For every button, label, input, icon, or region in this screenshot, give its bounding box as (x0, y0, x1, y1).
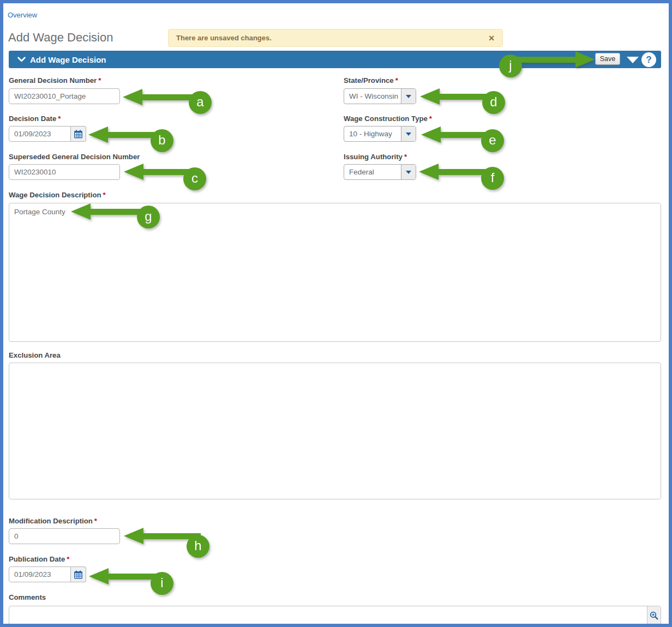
annotation-badge-b: b (151, 129, 173, 152)
annotation-badge-a: a (189, 91, 212, 114)
annotation-arrow-i: i (89, 568, 174, 595)
annotation-badge-h: h (187, 535, 209, 558)
label-text: State/Province (344, 76, 394, 85)
section-title: Add Wage Decision (30, 55, 106, 64)
add-wage-decision-page: Overview Add Wage Decision There are uns… (0, 0, 672, 627)
annotation-arrow-b: b (88, 126, 175, 153)
wage-construction-type-selected-value: 10 - Highway (344, 126, 401, 141)
dropdown-toggle-button[interactable] (401, 126, 416, 141)
dropdown-toggle-button[interactable] (401, 165, 416, 179)
collapse-chevron-icon[interactable] (17, 57, 26, 62)
caret-down-icon (406, 95, 411, 98)
label-text: Wage Decision Description (9, 191, 101, 199)
label-text: Modification Description (9, 517, 93, 525)
alert-close-icon[interactable]: ✕ (488, 29, 495, 46)
wage-decision-description-label: Wage Decision Description* (9, 191, 106, 199)
save-button[interactable]: Save (595, 53, 620, 65)
required-marker: * (58, 114, 61, 123)
publication-date-calendar-icon[interactable] (71, 566, 86, 582)
arrow-head-icon (123, 89, 142, 105)
comments-expand-magnifier-icon[interactable] (647, 606, 661, 627)
required-marker: * (395, 76, 398, 85)
annotation-badge-e: e (481, 129, 504, 152)
exclusion-area-label: Exclusion Area (9, 351, 61, 359)
label-text: Superseded General Decision Number (9, 153, 140, 161)
general-decision-number-label: General Decision Number* (9, 76, 101, 85)
arrow-head-icon (88, 126, 108, 143)
arrow-head-icon (124, 528, 143, 544)
alert-message: There are unsaved changes. (176, 34, 272, 42)
decision-date-input[interactable]: 01/09/2023 (9, 126, 71, 142)
arrow-head-icon (420, 88, 440, 105)
arrow-head-icon (575, 51, 595, 68)
annotation-arrow-h: h (124, 528, 210, 558)
label-text: General Decision Number (9, 76, 97, 85)
actions-dropdown-caret-icon[interactable] (627, 57, 639, 63)
issuing-authority-select[interactable]: Federal (344, 164, 416, 180)
annotation-arrow-f: f (419, 164, 505, 191)
arrow-head-icon (421, 126, 441, 143)
label-text: Issuing Authority (344, 153, 403, 161)
annotation-arrow-e: e (421, 126, 505, 153)
label-text: Wage Construction Type (344, 114, 428, 123)
state-province-selected-value: WI - Wisconsin (344, 89, 401, 104)
required-marker: * (94, 517, 97, 525)
modification-description-input[interactable]: 0 (9, 528, 120, 544)
page-title: Add Wage Decision (8, 31, 113, 45)
required-marker: * (429, 114, 432, 123)
annotation-badge-g: g (137, 206, 160, 228)
publication-date-input[interactable]: 01/09/2023 (9, 566, 71, 582)
arrow-head-icon (124, 164, 143, 180)
arrow-shaft (513, 57, 577, 63)
annotation-badge-i: i (151, 572, 173, 595)
publication-date-group: 01/09/2023 (9, 566, 86, 582)
issuing-authority-label: Issuing Authority* (344, 153, 407, 161)
annotation-badge-f: f (481, 167, 504, 190)
exclusion-area-textarea[interactable] (9, 363, 661, 499)
required-marker: * (103, 191, 106, 199)
annotation-badge-d: d (482, 91, 505, 114)
annotation-arrow-d: d (420, 88, 506, 114)
decision-date-calendar-icon[interactable] (71, 126, 86, 142)
modification-description-label: Modification Description* (9, 517, 97, 525)
arrow-head-icon (71, 203, 91, 220)
annotation-arrow-c: c (124, 164, 207, 191)
superseded-general-decision-number-label: Superseded General Decision Number (9, 153, 140, 161)
comments-textarea[interactable] (9, 606, 661, 627)
required-marker: * (98, 76, 101, 85)
annotation-badge-c: c (183, 167, 206, 190)
publication-date-label: Publication Date* (9, 555, 69, 563)
decision-date-label: Decision Date* (9, 114, 61, 123)
state-province-select[interactable]: WI - Wisconsin (344, 88, 416, 104)
annotation-arrow-j: j (499, 52, 596, 79)
wage-construction-type-label: Wage Construction Type* (344, 114, 432, 123)
issuing-authority-selected-value: Federal (344, 165, 401, 179)
breadcrumb-overview-link[interactable]: Overview (8, 11, 37, 19)
general-decision-number-input[interactable]: WI20230010_Portage (9, 88, 120, 104)
dropdown-toggle-button[interactable] (401, 89, 416, 104)
label-text: Publication Date (9, 555, 65, 563)
required-marker: * (404, 153, 407, 161)
annotation-arrow-a: a (123, 89, 213, 115)
wage-construction-type-select[interactable]: 10 - Highway (344, 126, 416, 142)
label-text: Decision Date (9, 114, 56, 123)
decision-date-group: 01/09/2023 (9, 126, 86, 142)
label-text: Exclusion Area (9, 351, 61, 359)
superseded-general-decision-number-input[interactable]: WI20230010 (9, 164, 120, 180)
state-province-label: State/Province* (344, 76, 398, 85)
label-text: Comments (9, 593, 46, 601)
annotation-arrow-g: g (71, 203, 160, 230)
arrow-head-icon (89, 568, 109, 584)
caret-down-icon (406, 132, 411, 136)
caret-down-icon (406, 171, 411, 174)
required-marker: * (67, 555, 69, 563)
comments-label: Comments (9, 593, 46, 601)
unsaved-changes-alert: There are unsaved changes. ✕ (168, 29, 503, 47)
help-icon[interactable]: ? (641, 52, 656, 67)
arrow-head-icon (419, 164, 439, 180)
